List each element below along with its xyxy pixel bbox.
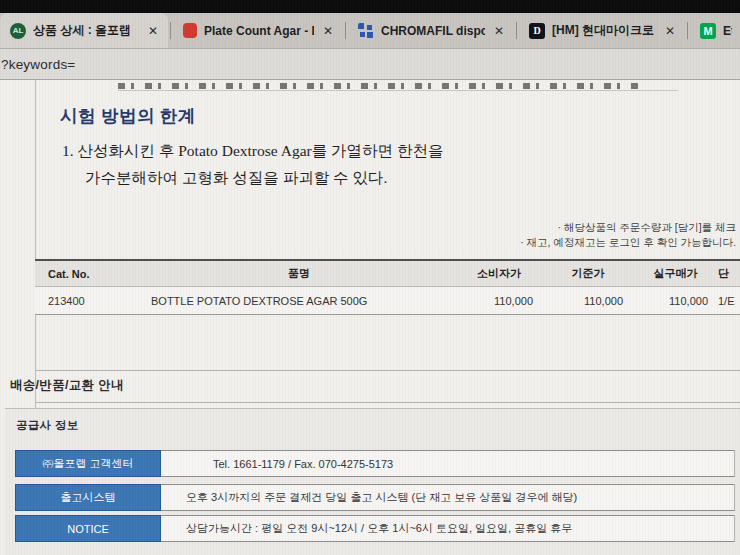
- shipping-system-value: 오후 3시까지의 주문 결제건 당일 출고 시스템 (단 재고 보유 상품일 경…: [161, 484, 735, 511]
- table-row[interactable]: 213400 BOTTLE POTATO DEXTROSE AGAR 500G …: [35, 287, 740, 315]
- cell-consumer-price: 110,000: [455, 295, 543, 307]
- test-method-limits-paragraph: 1. 산성화시킨 후 Potato Dextrose Agar를 가열하면 한천…: [62, 137, 542, 191]
- tab-title: Plate Count Agar - D: [204, 24, 314, 38]
- col-header-consumer-price: 소비자가: [455, 266, 543, 281]
- cell-purchase-price: 110,000: [633, 295, 718, 307]
- tab-hyundai-micro[interactable]: D [HM] 현대마이크로 S) ✕: [519, 13, 685, 48]
- cell-cat-no: 213400: [35, 295, 143, 307]
- url-text[interactable]: ?keywords=: [1, 57, 75, 72]
- supplier-row-customer-center: ㈜올포랩 고객센터 Tel. 1661-1179 / Fax. 070-4275…: [15, 450, 735, 477]
- monitor-bezel: [0, 0, 740, 13]
- tab-title: 상품 상세 : 올포랩: [33, 22, 139, 39]
- col-header-name: 품명: [143, 266, 455, 281]
- red-bag-logo-icon: [183, 23, 197, 38]
- tab-title: Ethanol CAS: [723, 24, 732, 38]
- col-header-standard-price: 기준가: [543, 266, 633, 281]
- tab-chromafil[interactable]: CHROMAFIL disposab ✕: [348, 13, 514, 48]
- tab-separator: [345, 22, 346, 39]
- cell-standard-price: 110,000: [543, 295, 633, 307]
- tab-separator: [516, 22, 517, 39]
- section-divider: [35, 402, 740, 403]
- close-tab-icon[interactable]: ✕: [492, 24, 506, 38]
- test-method-limits-heading: 시험 방법의 한계: [60, 104, 196, 128]
- notice-button[interactable]: NOTICE: [15, 515, 161, 542]
- supplier-row-shipping-system: 출고시스템 오후 3시까지의 주문 결제건 당일 출고 시스템 (단 재고 보유…: [15, 484, 735, 511]
- supplier-row-notice: NOTICE 상담가능시간 : 평일 오전 9시~12시 / 오후 1시~6시 …: [15, 515, 735, 542]
- monitor-screen: AL 상품 상세 : 올포랩 ✕ Plate Count Agar - D ✕ …: [0, 0, 740, 555]
- clipped-text-line: [118, 83, 643, 89]
- cell-product-name: BOTTLE POTATO DEXTROSE AGAR 500G: [143, 295, 455, 307]
- customer-center-button[interactable]: ㈜올포랩 고객센터: [15, 450, 161, 477]
- col-header-unit: 단: [718, 266, 740, 281]
- note-line1: · 해당상품의 주문수량과 [담기]를 체크: [520, 220, 736, 235]
- m-green-logo-icon: M: [700, 23, 716, 39]
- product-table: Cat. No. 품명 소비자가 기준가 실구매가 단 213400 BOTTL…: [35, 259, 740, 315]
- close-tab-icon[interactable]: ✕: [663, 24, 677, 38]
- close-tab-icon[interactable]: ✕: [146, 24, 160, 38]
- product-table-header: Cat. No. 품명 소비자가 기준가 실구매가 단: [35, 259, 740, 287]
- browser-tab-strip: AL 상품 상세 : 올포랩 ✕ Plate Count Agar - D ✕ …: [0, 13, 740, 49]
- clipped-underline: [118, 90, 678, 91]
- supplier-info-panel: 공급사 정보 ㈜올포랩 고객센터 Tel. 1661-1179 / Fax. 0…: [5, 408, 740, 555]
- allforlab-logo-icon: AL: [10, 23, 26, 39]
- address-bar[interactable]: ?keywords=: [0, 49, 740, 80]
- paragraph-line1: 1. 산성화시킨 후 Potato Dextrose Agar를 가열하면 한천…: [62, 142, 443, 159]
- d-letter-logo-icon: D: [529, 23, 545, 39]
- tab-separator: [687, 22, 688, 39]
- tab-product-detail[interactable]: AL 상품 상세 : 올포랩 ✕: [0, 13, 168, 48]
- section-divider: [35, 370, 740, 371]
- paragraph-line2: 가수분해하여 고형화 성질을 파괴할 수 있다.: [62, 164, 542, 191]
- page-content: 시험 방법의 한계 1. 산성화시킨 후 Potato Dextrose Aga…: [0, 80, 740, 555]
- col-header-cat-no: Cat. No.: [35, 268, 143, 280]
- close-tab-icon[interactable]: ✕: [321, 24, 335, 38]
- tab-plate-count-agar[interactable]: Plate Count Agar - D ✕: [173, 13, 343, 48]
- tab-ethanol-cas[interactable]: M Ethanol CAS: [690, 13, 740, 48]
- customer-center-value: Tel. 1661-1179 / Fax. 070-4275-5173: [161, 450, 735, 477]
- tab-separator: [170, 22, 171, 39]
- cell-unit: 1/E: [718, 295, 740, 307]
- note-line2: · 재고, 예정재고는 로그인 후 확인 가능합니다.: [520, 235, 736, 250]
- supplier-info-heading: 공급사 정보: [16, 418, 79, 433]
- col-header-purchase-price: 실구매가: [633, 266, 718, 281]
- mn-blue-grid-logo-icon: [358, 23, 374, 39]
- tab-title: CHROMAFIL disposab: [381, 24, 485, 38]
- shipping-return-heading: 배송/반품/교환 안내: [10, 377, 124, 394]
- tab-title: [HM] 현대마이크로 S): [552, 22, 656, 39]
- shipping-system-button[interactable]: 출고시스템: [15, 484, 161, 511]
- order-notes: · 해당상품의 주문수량과 [담기]를 체크 · 재고, 예정재고는 로그인 후…: [520, 220, 736, 250]
- notice-value: 상담가능시간 : 평일 오전 9시~12시 / 오후 1시~6시 토요일, 일요…: [161, 515, 735, 542]
